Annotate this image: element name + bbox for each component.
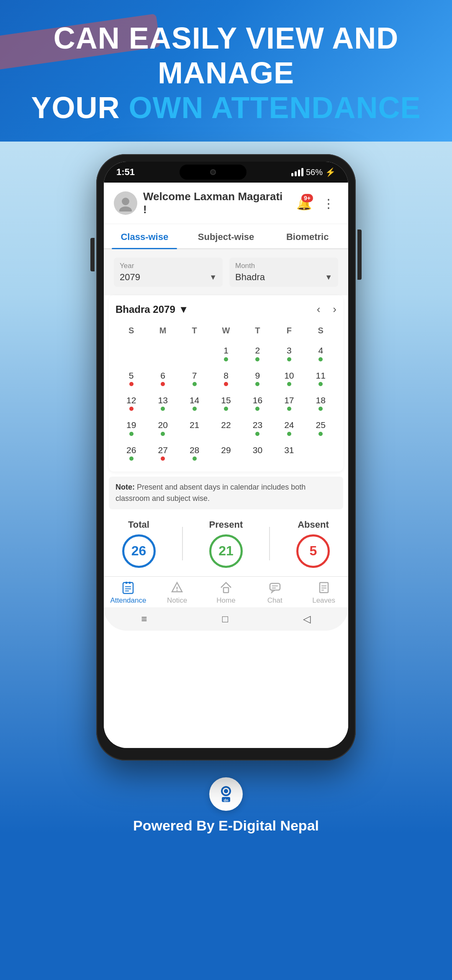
month-label: Month: [235, 262, 332, 270]
note-bold: Note:: [116, 483, 135, 491]
attendance-dot: [224, 456, 228, 461]
nav-notice[interactable]: Notice: [153, 581, 202, 605]
attendance-dot: [161, 456, 165, 461]
year-dropdown[interactable]: Year 2079 ▼: [114, 258, 223, 287]
total-label: Total: [128, 519, 149, 530]
more-options-button[interactable]: ⋮: [319, 196, 338, 211]
android-back-button[interactable]: ◁: [303, 613, 311, 625]
attendance-dot: [193, 382, 197, 386]
stats-row: Total 26 Present 21 Absent: [104, 509, 348, 576]
calendar-day[interactable]: 4: [305, 341, 336, 364]
nav-notice-label: Notice: [167, 596, 187, 605]
calendar-navigation: ‹ ›: [317, 303, 336, 316]
calendar-day-number: 17: [284, 395, 294, 406]
calendar-day[interactable]: 14: [179, 391, 210, 414]
weekday-thu: T: [242, 323, 273, 338]
calendar-day[interactable]: 24: [273, 416, 305, 439]
tab-subjectwise[interactable]: Subject-wise: [185, 224, 267, 248]
attendance-dot: [287, 407, 291, 411]
calendar-day[interactable]: 16: [242, 391, 273, 414]
dropdowns-row: Year 2079 ▼ Month Bhadra ▼: [104, 249, 348, 295]
notification-button[interactable]: 🔔 9+: [295, 194, 313, 212]
calendar-day: [116, 341, 147, 364]
calendar-day[interactable]: 26: [116, 441, 147, 464]
attendance-dot: [287, 382, 291, 386]
banner-title: CAN EASILY VIEW AND MANAGE YOUR OWN ATTE…: [17, 21, 435, 125]
calendar-grid: S M T W T F S 12345678910111213141516171…: [116, 323, 336, 464]
total-value: 26: [131, 543, 146, 559]
android-menu-button[interactable]: ≡: [141, 613, 147, 625]
signal-bar-1: [291, 173, 293, 176]
calendar-next-button[interactable]: ›: [333, 303, 336, 316]
calendar-day[interactable]: 27: [147, 441, 178, 464]
home-icon: [219, 581, 233, 594]
calendar-title: Bhadra 2079 ▼: [116, 304, 189, 315]
nav-home-label: Home: [216, 596, 235, 605]
calendar-day-number: 20: [158, 419, 167, 431]
svg-rect-6: [126, 582, 127, 584]
calendar-day[interactable]: 15: [210, 391, 241, 414]
calendar-day-number: 8: [223, 370, 229, 381]
attendance-dot: [255, 432, 259, 436]
month-value-row: Bhadra ▼: [235, 272, 332, 283]
attendance-dot: [255, 357, 259, 361]
camera-dot: [210, 169, 216, 175]
topbar: Welcome Laxman Magarati ! 🔔 9+ ⋮: [104, 183, 348, 224]
month-dropdown[interactable]: Month Bhadra ▼: [229, 258, 338, 287]
status-right: 56% ⚡: [291, 167, 336, 177]
attendance-dot: [318, 407, 323, 411]
calendar-day[interactable]: 12: [116, 391, 147, 414]
signal-bar-3: [298, 170, 300, 176]
bottom-nav: Attendance Notice: [104, 576, 348, 607]
android-home-button[interactable]: □: [222, 613, 229, 625]
calendar-day[interactable]: 7: [179, 366, 210, 389]
calendar-day[interactable]: 8: [210, 366, 241, 389]
stat-divider-1: [182, 527, 183, 560]
svg-point-0: [122, 198, 129, 205]
attendance-dot: [129, 432, 134, 436]
calendar-day[interactable]: 21: [179, 416, 210, 439]
banner-line2-plain: YOUR: [31, 91, 129, 124]
nav-attendance-label: Attendance: [110, 596, 146, 605]
calendar-day[interactable]: 22: [210, 416, 241, 439]
calendar-day[interactable]: 13: [147, 391, 178, 414]
calendar-day[interactable]: 20: [147, 416, 178, 439]
attendance-dot: [129, 382, 134, 386]
calendar-day[interactable]: 31: [273, 441, 305, 464]
attendance-dot: [161, 407, 165, 411]
calendar-day[interactable]: 3: [273, 341, 305, 364]
attendance-dot: [318, 432, 323, 436]
tab-classwise[interactable]: Class-wise: [104, 224, 185, 248]
calendar-day[interactable]: 25: [305, 416, 336, 439]
calendar-day[interactable]: 6: [147, 366, 178, 389]
attendance-dot: [255, 382, 259, 386]
calendar-day[interactable]: 2: [242, 341, 273, 364]
calendar-day[interactable]: 19: [116, 416, 147, 439]
calendar-day[interactable]: 1: [210, 341, 241, 364]
nav-home[interactable]: Home: [202, 581, 251, 605]
nav-leaves[interactable]: Leaves: [299, 581, 348, 605]
tab-biometric-label: Biometric: [286, 232, 329, 242]
calendar-day[interactable]: 10: [273, 366, 305, 389]
tab-biometric[interactable]: Biometric: [267, 224, 348, 248]
attendance-dot: [129, 456, 134, 461]
nav-chat[interactable]: Chat: [250, 581, 299, 605]
calendar-day[interactable]: 29: [210, 441, 241, 464]
calendar-day[interactable]: 5: [116, 366, 147, 389]
phone-wrapper: 1:51 56% ⚡: [0, 142, 452, 761]
calendar-day[interactable]: 28: [179, 441, 210, 464]
calendar-prev-button[interactable]: ‹: [317, 303, 321, 316]
nav-attendance[interactable]: Attendance: [104, 581, 153, 605]
phone-device: 1:51 56% ⚡: [96, 154, 356, 761]
notch-bar: 1:51 56% ⚡: [104, 162, 348, 183]
calendar-day[interactable]: 18: [305, 391, 336, 414]
calendar-day[interactable]: 11: [305, 366, 336, 389]
calendar-day[interactable]: 17: [273, 391, 305, 414]
calendar-day[interactable]: 23: [242, 416, 273, 439]
calendar-day[interactable]: 9: [242, 366, 273, 389]
signal-bar-2: [295, 171, 297, 176]
calendar-day-number: 27: [158, 444, 167, 456]
calendar-day[interactable]: 30: [242, 441, 273, 464]
battery-icon: ⚡: [325, 167, 336, 177]
weekday-fri: F: [273, 323, 305, 338]
